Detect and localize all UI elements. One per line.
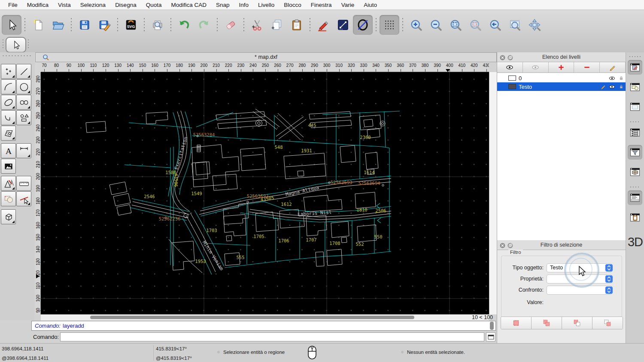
menu-item-modifica-cad[interactable]: Modifica CAD <box>166 2 211 8</box>
dock-button-pen-settings-panel[interactable] <box>628 165 642 179</box>
palette-tool-measure[interactable] <box>16 176 31 191</box>
command-history-scrollbar[interactable] <box>490 322 494 330</box>
3d-menu-label[interactable]: 3D <box>626 235 644 249</box>
horizontal-scrollbar-thumb[interactable] <box>90 316 414 319</box>
toolbar-button-undo[interactable] <box>174 15 194 35</box>
menu-item-modifica[interactable]: Modifica <box>22 2 53 8</box>
vertical-scrollbar[interactable] <box>489 72 497 314</box>
palette-tool-hatch[interactable] <box>1 126 16 141</box>
layer-lock-icon[interactable] <box>617 75 626 81</box>
remove-layer-button[interactable] <box>574 62 600 72</box>
dock-button-command-line-panel[interactable] <box>628 190 642 205</box>
dock-button-selection-filter-panel[interactable] <box>628 145 642 160</box>
toolbar-button-new-file[interactable] <box>28 15 48 35</box>
toolbar-button-copy[interactable] <box>267 15 287 35</box>
palette-tool-trim[interactable] <box>16 191 31 206</box>
toolbar-button-save-as[interactable] <box>94 15 114 35</box>
detach-panel-icon[interactable] <box>507 54 513 60</box>
show-all-layers-button[interactable] <box>497 62 523 72</box>
dock-handle[interactable] <box>629 56 641 57</box>
edit-layer-button[interactable] <box>600 62 626 72</box>
command-options-button[interactable] <box>486 332 495 341</box>
palette-tool-line[interactable] <box>16 64 31 79</box>
dock-button-clipboard-panel[interactable] <box>628 210 642 225</box>
toolbar-button-grid-toggle[interactable] <box>380 15 399 35</box>
toolbar-button-pan[interactable] <box>525 15 544 35</box>
palette-handle[interactable] <box>2 55 33 57</box>
toolbar-button-paste[interactable] <box>287 15 307 35</box>
toolbar-button-line-preview[interactable] <box>333 15 353 35</box>
menu-item-varie[interactable]: Varie <box>337 2 359 8</box>
filter-object-type-select[interactable]: Testo <box>547 263 612 272</box>
menu-item-livello[interactable]: Livello <box>253 2 279 8</box>
toolbar-button-zoom-in[interactable] <box>406 15 426 35</box>
toolbar-button-redo[interactable] <box>194 15 214 35</box>
palette-tool-spline[interactable] <box>16 95 31 110</box>
palette-tool-points[interactable] <box>1 64 16 79</box>
filter-comparison-stepper[interactable] <box>605 287 613 294</box>
toolbar-button-zoom-previous[interactable] <box>485 15 505 35</box>
palette-tool-boolean[interactable] <box>1 191 16 206</box>
add-to-selection-button[interactable] <box>532 317 562 329</box>
selection-tool-button[interactable] <box>6 37 26 53</box>
menu-item-file[interactable]: File <box>3 2 22 8</box>
dock-button-block-list-panel[interactable] <box>628 80 642 94</box>
toolbar-button-save-file[interactable] <box>75 15 94 35</box>
close-icon[interactable] <box>500 54 505 60</box>
palette-tool-box3d[interactable] <box>1 209 16 224</box>
toolbar-button-selection-tool[interactable] <box>2 15 21 35</box>
remove-from-selection-button[interactable] <box>562 317 592 329</box>
drawing-canvas[interactable]: 4452360548193116141580435062546154943505… <box>41 72 489 314</box>
toolbar-button-ellipse-slash[interactable] <box>353 15 373 35</box>
palette-tool-text[interactable]: A <box>1 143 16 158</box>
menu-item-disegna[interactable]: Disegna <box>110 2 141 8</box>
toolbar-button-red-pencil[interactable] <box>313 15 333 35</box>
palette-tool-shapes[interactable] <box>16 110 31 125</box>
toolbar-button-zoom-selection[interactable] <box>465 15 485 35</box>
toolbar-button-print-preview[interactable] <box>148 15 167 35</box>
palette-tool-ellipse[interactable] <box>1 95 16 110</box>
filter-property-stepper[interactable] <box>605 275 613 283</box>
toolbar-button-zoom-fit[interactable] <box>446 15 465 35</box>
layer-editing-icon[interactable] <box>598 84 608 90</box>
palette-tool-image[interactable] <box>1 159 16 174</box>
select-matching-button[interactable] <box>501 317 532 329</box>
command-input[interactable] <box>60 332 484 341</box>
menu-item-aiuto[interactable]: Aiuto <box>359 2 382 8</box>
layer-lock-icon[interactable] <box>617 84 626 90</box>
layer-row-0[interactable]: 0 <box>497 74 628 82</box>
horizontal-scrollbar[interactable] <box>41 314 489 320</box>
menu-item-vista[interactable]: Vista <box>53 2 76 8</box>
close-icon[interactable] <box>500 242 505 248</box>
hide-all-layers-button[interactable] <box>523 62 549 72</box>
menu-item-snap[interactable]: Snap <box>211 2 234 8</box>
dock-button-layer-list-panel[interactable] <box>628 125 642 140</box>
dock-button-library-browser-panel[interactable] <box>628 100 642 114</box>
intersect-selection-button[interactable] <box>592 317 623 329</box>
filter-object-type-stepper[interactable] <box>605 264 613 272</box>
layer-row-Testo[interactable]: Testo <box>497 82 628 91</box>
menu-item-finestra[interactable]: Finestra <box>306 2 337 8</box>
menu-item-quota[interactable]: Quota <box>141 2 167 8</box>
layer-visibility-icon[interactable] <box>608 84 617 90</box>
toolbar-button-open-file[interactable] <box>48 15 68 35</box>
palette-tool-modify[interactable] <box>1 176 16 191</box>
palette-tool-polyline[interactable] <box>1 110 16 125</box>
document-title-bar[interactable]: * map.dxf <box>35 52 497 62</box>
filter-comparison-select[interactable] <box>547 286 612 295</box>
toolbar-button-cut[interactable] <box>247 15 267 35</box>
filter-property-select[interactable] <box>547 275 612 284</box>
menu-item-info[interactable]: Info <box>234 2 254 8</box>
toolbar-button-zoom-out[interactable] <box>426 15 446 35</box>
command-history[interactable]: Comando:layeradd <box>31 321 496 331</box>
toolbar-button-svg-export[interactable]: SVG <box>121 15 141 35</box>
layer-visibility-icon[interactable] <box>608 75 617 81</box>
palette-tool-arc[interactable] <box>1 79 16 94</box>
toolbar-button-eraser[interactable] <box>221 15 240 35</box>
palette-tool-dimension[interactable] <box>16 143 31 158</box>
add-layer-button[interactable] <box>549 62 574 72</box>
palette-tool-circle[interactable] <box>16 79 31 94</box>
toolbar-button-zoom-window[interactable] <box>505 15 525 35</box>
dock-button-property-editor-panel[interactable] <box>628 60 642 75</box>
detach-panel-icon[interactable] <box>507 242 513 248</box>
